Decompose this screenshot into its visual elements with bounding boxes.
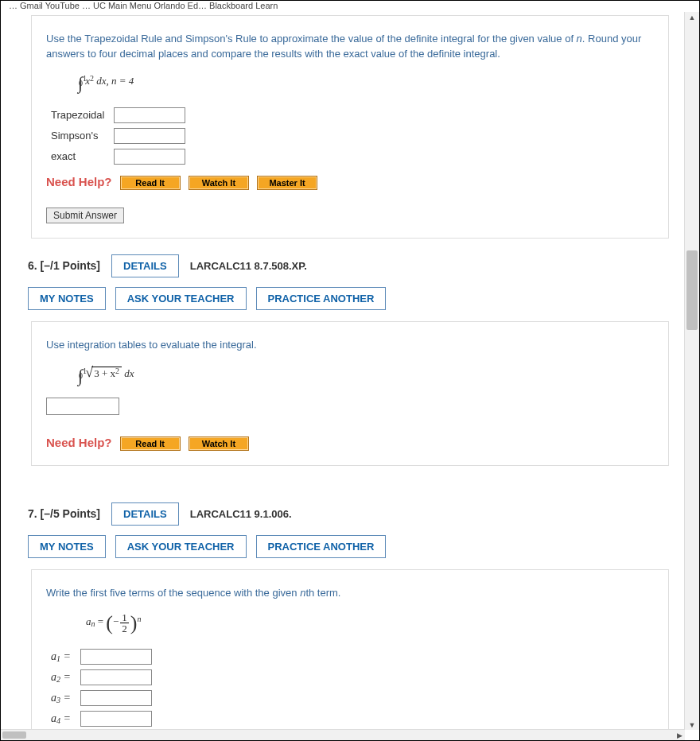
- q7-s3: 3: [56, 696, 60, 704]
- q7-header: 7. [–/5 Points] DETAILS LARCALC11 9.1.00…: [28, 502, 669, 526]
- vertical-scrollbar[interactable]: ▲ ▼: [684, 12, 699, 730]
- q7-num: 7.: [28, 507, 37, 520]
- q5-read-button[interactable]: Read It: [120, 176, 181, 190]
- q7-frac-num: 1: [120, 612, 129, 623]
- browser-tab-strip: … Gmail YouTube … UC Main Menu Orlando E…: [1, 1, 699, 13]
- q7-details-button[interactable]: DETAILS: [111, 502, 179, 526]
- q7-ref: LARCALC11 9.1.006.: [190, 508, 292, 520]
- q6-pts: [–/1 Points]: [41, 259, 100, 272]
- q7-eq: =: [98, 615, 107, 627]
- q7-button-row: MY NOTES ASK YOUR TEACHER PRACTICE ANOTH…: [28, 535, 669, 558]
- q7-formula: an = (−12)n: [86, 611, 654, 635]
- q6-dx: dx: [124, 367, 134, 379]
- q6-lower: 0: [79, 371, 83, 380]
- question-box-5: Use the Trapezoidal Rule and Simpson's R…: [31, 15, 669, 239]
- q6-num: 6.: [28, 259, 37, 272]
- q7-an-sub: n: [91, 619, 95, 628]
- question-box-7: Write the first five terms of the sequen…: [31, 569, 669, 740]
- q6-button-row: MY NOTES ASK YOUR TEACHER PRACTICE ANOTH…: [28, 287, 669, 310]
- q5-input-simp[interactable]: [114, 128, 185, 144]
- q7-input-2[interactable]: [80, 669, 152, 685]
- q7-a2: a: [51, 671, 56, 683]
- q5-input-exact[interactable]: [114, 149, 185, 165]
- question-box-6: Use integration tables to evaluate the i…: [31, 321, 669, 466]
- q6-ref: LARCALC11 8.7.508.XP.: [190, 260, 307, 272]
- q7-pts: [–/5 Points]: [41, 507, 100, 520]
- q6-read-button[interactable]: Read It: [120, 436, 181, 451]
- q5-exp: 2: [90, 74, 94, 83]
- q7-minus: −: [113, 615, 119, 627]
- q7-input-1[interactable]: [80, 649, 152, 665]
- q6-watch-button[interactable]: Watch It: [189, 436, 249, 451]
- q6-mynotes-button[interactable]: MY NOTES: [28, 287, 106, 310]
- q6-under: 3 + x: [94, 367, 115, 379]
- scroll-thumb[interactable]: [686, 250, 698, 330]
- q5-submit-button[interactable]: Submit Answer: [46, 208, 124, 223]
- q5-input-trap[interactable]: [114, 107, 185, 123]
- scroll-up-icon[interactable]: ▲: [685, 12, 699, 22]
- q6-exp: 2: [115, 367, 119, 375]
- q6-ask-button[interactable]: ASK YOUR TEACHER: [115, 287, 247, 310]
- q7-s1: 1: [56, 654, 60, 663]
- q6-integral: ∫10 √3 + x2 dx: [78, 364, 654, 386]
- q7-mynotes-button[interactable]: MY NOTES: [28, 535, 106, 558]
- q7-prompt-b: th term.: [305, 587, 340, 599]
- scroll-right-icon[interactable]: ▶: [675, 730, 685, 740]
- horizontal-scrollbar[interactable]: ▶: [1, 729, 685, 740]
- q7-a4: a: [51, 712, 56, 724]
- q5-integral: ∫10 x2 dx, n = 4: [78, 73, 654, 94]
- q7-frac-den: 2: [120, 623, 129, 634]
- q5-row-simp: Simpson's: [46, 126, 109, 146]
- q7-practice-button[interactable]: PRACTICE ANOTHER: [256, 535, 387, 558]
- q6-answer-input[interactable]: [46, 398, 119, 415]
- q7-prompt-a: Write the first five terms of the sequen…: [46, 587, 300, 599]
- q5-need-help: Need Help? Read It Watch It Master It: [46, 175, 654, 190]
- q7-answer-table: a1 = a2 = a3 = a4 = a5 =: [46, 646, 157, 740]
- q5-row-trap: Trapezoidal: [46, 105, 109, 126]
- q6-need-help: Need Help? Read It Watch It: [46, 436, 654, 451]
- q6-header: 6. [–/1 Points] DETAILS LARCALC11 8.7.50…: [28, 254, 669, 277]
- q7-prompt: Write the first five terms of the sequen…: [46, 586, 654, 601]
- q7-input-3[interactable]: [80, 690, 152, 706]
- hscroll-thumb[interactable]: [2, 731, 26, 739]
- q5-lower: 0: [79, 79, 83, 87]
- q7-ask-button[interactable]: ASK YOUR TEACHER: [115, 535, 247, 558]
- q7-a1: a: [51, 650, 56, 662]
- q5-answer-table: Trapezoidal Simpson's exact: [46, 105, 190, 167]
- q7-pow: n: [138, 615, 142, 623]
- q5-nlabel: n = 4: [111, 75, 134, 87]
- q5-need-label: Need Help?: [46, 175, 112, 188]
- q6-need-label: Need Help?: [46, 436, 112, 449]
- q5-watch-button[interactable]: Watch It: [189, 176, 249, 190]
- q5-master-button[interactable]: Master It: [257, 176, 317, 190]
- q6-practice-button[interactable]: PRACTICE ANOTHER: [256, 287, 387, 310]
- q6-details-button[interactable]: DETAILS: [111, 254, 179, 277]
- q5-dx: dx,: [96, 75, 109, 87]
- q6-prompt: Use integration tables to evaluate the i…: [46, 338, 654, 353]
- q7-a3: a: [51, 692, 56, 704]
- q5-n: n: [577, 33, 582, 45]
- content-scroll: MY NOTES ASK YOUR TEACHER PRACTICE ANOTH…: [1, 12, 685, 740]
- q5-row-exact: exact: [46, 146, 109, 167]
- q5-prompt-a: Use the Trapezoidal Rule and Simpson's R…: [46, 33, 577, 45]
- q7-s4: 4: [56, 716, 60, 725]
- q5-prompt: Use the Trapezoidal Rule and Simpson's R…: [46, 32, 654, 62]
- scroll-down-icon[interactable]: ▼: [685, 720, 699, 730]
- q7-input-4[interactable]: [80, 711, 152, 727]
- q7-s2: 2: [56, 675, 60, 684]
